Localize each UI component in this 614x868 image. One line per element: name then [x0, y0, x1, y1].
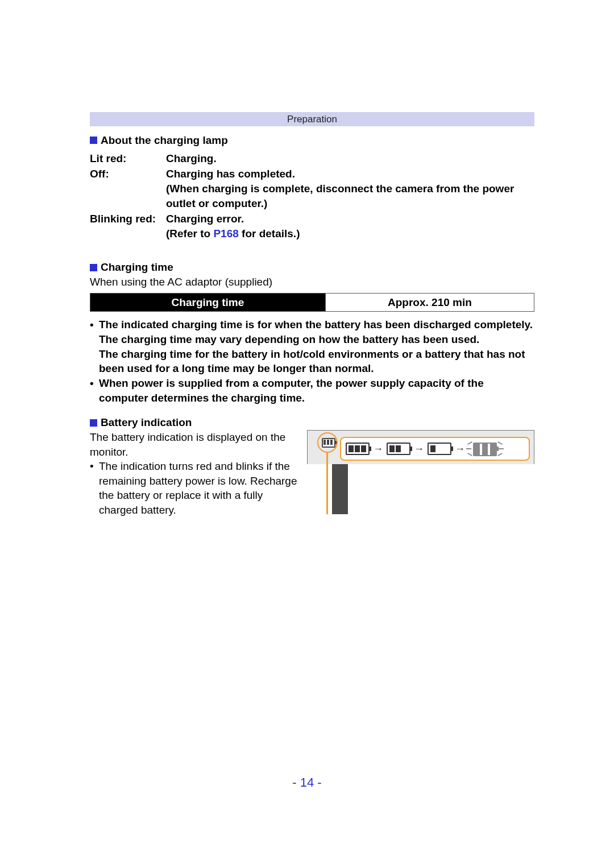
- lamp-row-off: Off: Charging has completed. (When charg…: [90, 167, 534, 210]
- note-text: The indicated charging time is for when …: [99, 317, 534, 332]
- charging-time-table: Charging time Approx. 210 min: [90, 293, 534, 312]
- battery-3-bars-icon: [346, 443, 370, 455]
- table-value-cell: Approx. 210 min: [325, 293, 534, 312]
- lamp-desc: Charging error. (Refer to P168 for detai…: [166, 212, 534, 241]
- section-banner: Preparation: [90, 112, 534, 126]
- charging-notes: • The indicated charging time is for whe…: [90, 317, 534, 405]
- lamp-label: Lit red:: [90, 151, 166, 166]
- bullet-dot-icon: •: [90, 376, 99, 405]
- monitor-dark-bar: [332, 464, 348, 514]
- battery-bullet: • The indication turns red and blinks if…: [90, 459, 301, 518]
- lamp-desc: Charging.: [166, 151, 534, 166]
- heading-charging-time: Charging time: [90, 260, 534, 275]
- heading-battery-indication: Battery indication: [90, 415, 534, 430]
- heading-text: About the charging lamp: [101, 134, 228, 146]
- note-subline: The charging time may vary depending on …: [99, 332, 534, 347]
- note-item: • When power is supplied from a computer…: [90, 376, 534, 405]
- page-number: - 14 -: [0, 774, 614, 791]
- battery-1-bar-icon: [428, 443, 451, 455]
- battery-icon-circle: [317, 432, 338, 453]
- charging-time-subtitle: When using the AC adaptor (supplied): [90, 275, 534, 290]
- callout-pointer-line: [326, 452, 328, 514]
- arrow-right-icon: →: [414, 442, 424, 456]
- square-bullet-icon: [90, 264, 97, 271]
- note-subline: The charging time for the battery in hot…: [99, 347, 534, 376]
- page-reference-link[interactable]: P168: [213, 228, 238, 239]
- lamp-desc: Charging has completed. (When charging i…: [166, 167, 534, 210]
- lamp-row-blinking: Blinking red: Charging error. (Refer to …: [90, 212, 534, 241]
- battery-2-bars-icon: [387, 443, 410, 455]
- battery-bullet-text: The indication turns red and blinks if t…: [99, 459, 301, 518]
- charging-lamp-list: Lit red: Charging. Off: Charging has com…: [90, 151, 534, 241]
- arrow-right-icon: →: [455, 442, 465, 456]
- heading-text: Battery indication: [101, 416, 192, 428]
- heading-text: Charging time: [101, 261, 173, 273]
- battery-blinking-icon: [468, 440, 501, 457]
- battery-text-column: The battery indication is displayed on t…: [90, 430, 307, 518]
- heading-charging-lamp: About the charging lamp: [90, 133, 534, 148]
- battery-diagram: → → →: [307, 430, 534, 514]
- note-text: When power is supplied from a computer, …: [99, 376, 534, 405]
- document-page: Preparation About the charging lamp Lit …: [0, 0, 614, 868]
- blink-prefix: (Refer to: [166, 228, 213, 239]
- battery-sequence: → → →: [346, 440, 501, 457]
- note-item: • The indicated charging time is for whe…: [90, 317, 534, 332]
- lamp-label: Off:: [90, 167, 166, 181]
- battery-full-icon: [322, 438, 335, 448]
- table-row: Charging time Approx. 210 min: [90, 293, 534, 312]
- bullet-dot-icon: •: [90, 459, 99, 518]
- blink-suffix: for details.): [239, 228, 300, 239]
- battery-intro: The battery indication is displayed on t…: [90, 430, 301, 459]
- table-header-cell: Charging time: [90, 293, 326, 312]
- arrow-right-icon: →: [373, 442, 383, 456]
- bullet-dot-icon: •: [90, 317, 99, 332]
- lamp-row-lit-red: Lit red: Charging.: [90, 151, 534, 166]
- content-area: About the charging lamp Lit red: Chargin…: [90, 132, 534, 518]
- square-bullet-icon: [90, 137, 97, 144]
- lamp-label: Blinking red:: [90, 212, 166, 226]
- battery-section: The battery indication is displayed on t…: [90, 430, 534, 518]
- blink-line1: Charging error.: [166, 213, 244, 225]
- square-bullet-icon: [90, 419, 97, 427]
